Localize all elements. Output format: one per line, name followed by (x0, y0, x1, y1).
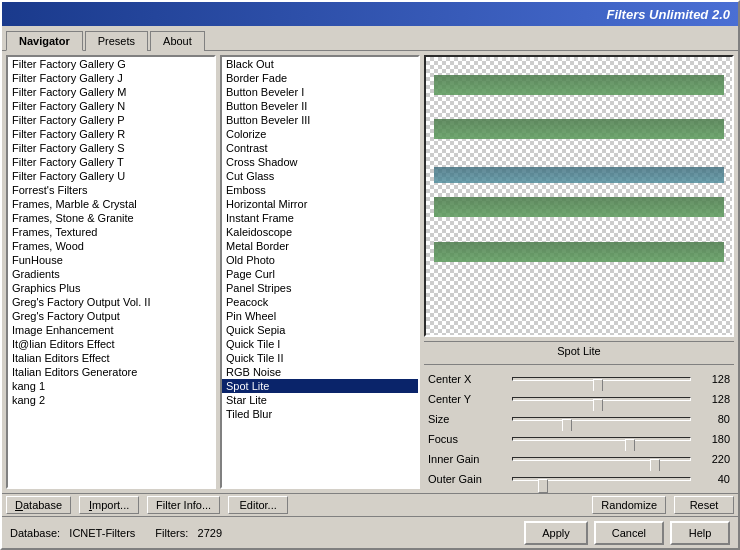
list-item[interactable]: Instant Frame (222, 211, 418, 225)
database-button[interactable]: Database (6, 496, 71, 514)
list-item[interactable]: Tiled Blur (222, 407, 418, 421)
list-item[interactable]: Contrast (222, 141, 418, 155)
slider-track (512, 437, 691, 441)
list-item[interactable]: Image Enhancement (8, 323, 214, 337)
list-item[interactable]: Gradients (8, 267, 214, 281)
param-slider[interactable] (512, 451, 691, 467)
list-item[interactable]: Forrest's Filters (8, 183, 214, 197)
list-item[interactable]: Emboss (222, 183, 418, 197)
list-item[interactable]: Filter Factory Gallery M (8, 85, 214, 99)
reset-btn-label: Reset (690, 499, 719, 511)
apply-btn-label: Apply (542, 527, 570, 539)
database-btn-label: atabase (23, 499, 62, 511)
slider-track (512, 377, 691, 381)
title-bar: Filters Unlimited 2.0 (2, 2, 738, 26)
list-item[interactable]: Frames, Wood (8, 239, 214, 253)
filters-status-label: Filters: (155, 527, 188, 539)
slider-track (512, 397, 691, 401)
list-item[interactable]: Black Out (222, 57, 418, 71)
list-item[interactable]: Filter Factory Gallery N (8, 99, 214, 113)
list-item[interactable]: Button Beveler II (222, 99, 418, 113)
param-slider[interactable] (512, 471, 691, 487)
param-row: Outer Gain40 (424, 469, 734, 489)
list-item[interactable]: Spot Lite (222, 379, 418, 393)
filter-info-button[interactable]: Filter Info... (147, 496, 220, 514)
preview-stripe-2 (434, 119, 724, 139)
slider-track (512, 417, 691, 421)
param-slider[interactable] (512, 391, 691, 407)
list-item[interactable]: Border Fade (222, 71, 418, 85)
list-item[interactable]: Filter Factory Gallery U (8, 169, 214, 183)
list-item[interactable]: kang 1 (8, 379, 214, 393)
filter-list[interactable]: Black OutBorder FadeButton Beveler IButt… (222, 57, 418, 487)
list-item[interactable]: Greg's Factory Output Vol. II (8, 295, 214, 309)
list-item[interactable]: Old Photo (222, 253, 418, 267)
randomize-button[interactable]: Randomize (592, 496, 666, 514)
editor-button[interactable]: Editor... (228, 496, 288, 514)
list-item[interactable]: Cut Glass (222, 169, 418, 183)
list-item[interactable]: Frames, Textured (8, 225, 214, 239)
param-slider[interactable] (512, 411, 691, 427)
help-btn-label: Help (689, 527, 712, 539)
reset-button[interactable]: Reset (674, 496, 734, 514)
list-item[interactable]: Pin Wheel (222, 309, 418, 323)
apply-button[interactable]: Apply (524, 521, 588, 545)
list-item[interactable]: It@lian Editors Effect (8, 337, 214, 351)
slider-thumb[interactable] (538, 479, 548, 493)
filter-info-btn-label: Filter Info... (156, 499, 211, 511)
list-item[interactable]: Filter Factory Gallery J (8, 71, 214, 85)
tab-bar: Navigator Presets About (2, 26, 738, 51)
list-item[interactable]: Filter Factory Gallery S (8, 141, 214, 155)
list-item[interactable]: Filter Factory Gallery G (8, 57, 214, 71)
list-item[interactable]: Panel Stripes (222, 281, 418, 295)
import-btn-label: mport... (92, 499, 129, 511)
main-window: Filters Unlimited 2.0 Navigator Presets … (0, 0, 740, 550)
param-row: Center Y128 (424, 389, 734, 409)
list-item[interactable]: Button Beveler I (222, 85, 418, 99)
slider-track (512, 457, 691, 461)
list-item[interactable]: Italian Editors Generatore (8, 365, 214, 379)
list-item[interactable]: Graphics Plus (8, 281, 214, 295)
tab-presets[interactable]: Presets (85, 31, 148, 51)
list-item[interactable]: Star Lite (222, 393, 418, 407)
list-item[interactable]: Greg's Factory Output (8, 309, 214, 323)
list-item[interactable]: Page Curl (222, 267, 418, 281)
action-buttons: Apply Cancel Help (524, 521, 730, 545)
list-item[interactable]: Italian Editors Effect (8, 351, 214, 365)
list-item[interactable]: Frames, Marble & Crystal (8, 197, 214, 211)
list-item[interactable]: Filter Factory Gallery R (8, 127, 214, 141)
param-value: 128 (695, 373, 730, 385)
tab-about[interactable]: About (150, 31, 205, 51)
param-label: Center X (428, 373, 508, 385)
slider-track (512, 477, 691, 481)
category-list[interactable]: Filter Factory Gallery GFilter Factory G… (8, 57, 214, 487)
list-item[interactable]: Button Beveler III (222, 113, 418, 127)
list-item[interactable]: Horizontal Mirror (222, 197, 418, 211)
checker-background (426, 57, 732, 335)
param-slider[interactable] (512, 431, 691, 447)
list-item[interactable]: Quick Tile II (222, 351, 418, 365)
param-label: Center Y (428, 393, 508, 405)
list-item[interactable]: Kaleidoscope (222, 225, 418, 239)
list-item[interactable]: kang 2 (8, 393, 214, 407)
category-list-container: Filter Factory Gallery GFilter Factory G… (6, 55, 216, 489)
param-slider[interactable] (512, 371, 691, 387)
list-item[interactable]: Cross Shadow (222, 155, 418, 169)
list-item[interactable]: FunHouse (8, 253, 214, 267)
help-button[interactable]: Help (670, 521, 730, 545)
list-item[interactable]: Quick Sepia (222, 323, 418, 337)
list-item[interactable]: Colorize (222, 127, 418, 141)
cancel-btn-label: Cancel (612, 527, 646, 539)
list-item[interactable]: Metal Border (222, 239, 418, 253)
list-item[interactable]: Quick Tile I (222, 337, 418, 351)
tab-navigator[interactable]: Navigator (6, 31, 83, 51)
list-item[interactable]: Peacock (222, 295, 418, 309)
param-label: Focus (428, 433, 508, 445)
list-item[interactable]: Filter Factory Gallery T (8, 155, 214, 169)
cancel-button[interactable]: Cancel (594, 521, 664, 545)
list-item[interactable]: Frames, Stone & Granite (8, 211, 214, 225)
list-item[interactable]: Filter Factory Gallery P (8, 113, 214, 127)
import-button[interactable]: Import... (79, 496, 139, 514)
list-item[interactable]: RGB Noise (222, 365, 418, 379)
param-row: Focus180 (424, 429, 734, 449)
